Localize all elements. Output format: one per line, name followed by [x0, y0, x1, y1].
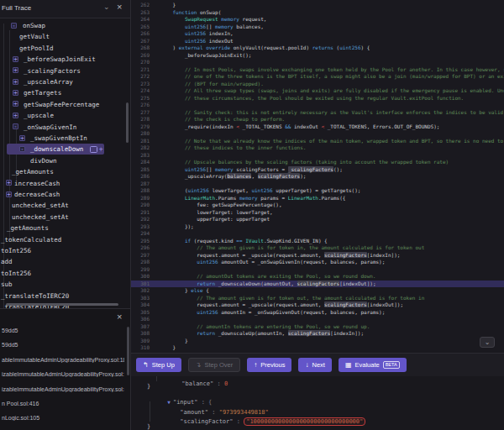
trace-item[interactable]: +_scalingFactors	[0, 66, 130, 76]
stack-frame-item[interactable]: 59dd5	[2, 328, 124, 333]
trace-item[interactable]: unchecked_setAt	[0, 200, 130, 211]
trace-item[interactable]: _tokenCalculated	[0, 234, 130, 245]
line-number[interactable]: 307	[131, 323, 150, 331]
expand-icon[interactable]: +	[13, 56, 18, 62]
line-number[interactable]: 291	[131, 209, 150, 217]
line-number[interactable]: 268	[131, 45, 150, 52]
line-number[interactable]: 265	[131, 24, 150, 31]
expand-icon[interactable]: +	[13, 79, 18, 85]
line-number[interactable]: 299	[131, 266, 150, 274]
collapse-icon[interactable]: -	[11, 23, 17, 29]
stack-frame-item[interactable]: izableImmutableAdminUpgradeabilityProxy.…	[2, 386, 124, 392]
stack-close-icon[interactable]: ×	[117, 312, 122, 322]
line-number[interactable]: 267	[131, 38, 150, 45]
line-number[interactable]: 277	[131, 109, 150, 117]
line-number[interactable]: 297	[131, 252, 150, 260]
line-number[interactable]: 302	[131, 287, 150, 295]
line-number[interactable]: 306	[131, 316, 150, 323]
chevron-down-icon[interactable]: ⌄	[103, 3, 110, 11]
stack-frame-item[interactable]: n Pool.sol:416	[2, 401, 124, 406]
tree-vertical-scrollbar[interactable]	[126, 102, 129, 143]
tree-horizontal-scrollbar[interactable]	[6, 303, 118, 306]
line-number[interactable]: 303	[131, 295, 150, 302]
trace-item[interactable]: divDown	[0, 155, 130, 166]
trace-item[interactable]: +_upscaleArray	[0, 76, 130, 87]
trace-item[interactable]: -onSwap	[0, 20, 130, 31]
line-number[interactable]: 271	[131, 66, 150, 74]
line-number[interactable]: 286	[131, 173, 150, 181]
line-number[interactable]: 278	[131, 116, 150, 123]
line-number[interactable]: 298	[131, 259, 150, 266]
line-number[interactable]: 296	[131, 244, 150, 252]
trace-item[interactable]: _getAmounts	[0, 223, 130, 233]
trace-item[interactable]: _getAmounts	[0, 166, 130, 177]
stack-frame-item[interactable]: 59dd5	[2, 342, 124, 348]
evaluate-button[interactable]: ▦ Evaluate BETA	[339, 358, 407, 372]
line-number[interactable]: 301	[131, 281, 150, 288]
line-number[interactable]: 270	[131, 59, 150, 66]
line-number[interactable]: 293	[131, 223, 150, 231]
line-number[interactable]: 300	[131, 273, 150, 281]
expand-icon[interactable]: +	[13, 113, 18, 118]
line-number[interactable]: 273	[131, 81, 150, 88]
trace-item[interactable]: unchecked_setAt	[0, 212, 130, 223]
trace-item[interactable]: +getTargets	[0, 87, 130, 98]
line-number[interactable]: 308	[131, 330, 150, 338]
trace-item[interactable]: +decreaseCash	[0, 189, 130, 200]
trace-item[interactable]: -_onSwapGivenIn	[0, 122, 130, 133]
line-number[interactable]: 295	[131, 238, 150, 245]
stack-vertical-scrollbar[interactable]	[127, 327, 129, 375]
trace-item[interactable]: +_upscale	[0, 110, 130, 121]
expand-icon[interactable]: +	[6, 180, 12, 186]
line-number[interactable]: 289	[131, 195, 150, 202]
line-number[interactable]: 281	[131, 138, 150, 145]
line-number[interactable]: 283	[131, 152, 150, 160]
expand-icon[interactable]: +	[13, 67, 18, 73]
line-number[interactable]: 262	[131, 2, 150, 9]
stack-frame-item[interactable]: ableImmutableAdminUpgradeabilityProxy.so…	[2, 357, 124, 363]
step-up-button[interactable]: ↰ Step Up	[136, 358, 181, 372]
line-number[interactable]: 276	[131, 102, 150, 109]
expand-icon[interactable]: +	[6, 191, 12, 197]
line-number[interactable]: 290	[131, 202, 150, 209]
line-number[interactable]: 294	[131, 230, 150, 238]
trace-item[interactable]: getPoolId	[0, 43, 130, 54]
stack-frame-item[interactable]: nLogic.sol:105	[2, 415, 124, 421]
comment-icon[interactable]	[90, 146, 97, 153]
trace-item[interactable]: add	[0, 256, 130, 267]
line-number[interactable]: 269	[131, 52, 150, 60]
stack-frame-item[interactable]: izableImmutableAdminUpgradeabilityProxy.…	[2, 371, 124, 377]
line-number[interactable]: 272	[131, 73, 150, 81]
trace-item[interactable]: sub	[0, 279, 130, 290]
line-number[interactable]: 292	[131, 216, 150, 223]
trace-item[interactable]: toInt256	[0, 245, 130, 256]
line-number[interactable]: 287	[131, 181, 150, 188]
next-button[interactable]: ↓ Next	[298, 358, 331, 372]
line-number[interactable]: 309	[131, 338, 150, 345]
previous-button[interactable]: ↑ Previous	[247, 358, 291, 372]
trace-item[interactable]: _translateToIERC20	[0, 291, 130, 302]
line-number[interactable]: 288	[131, 187, 150, 195]
trace-item[interactable]: +getSwapFeePercentage	[0, 99, 130, 110]
line-number[interactable]: 280	[131, 130, 150, 138]
line-number[interactable]: 274	[131, 87, 150, 95]
line-number[interactable]: 284	[131, 159, 150, 166]
collapse-icon[interactable]: -	[13, 123, 18, 129]
line-number[interactable]: 304	[131, 302, 150, 309]
line-number[interactable]: 285	[131, 166, 150, 174]
trace-item[interactable]: -_downscaleDown+	[7, 144, 104, 155]
line-number[interactable]: 263	[131, 9, 150, 17]
line-number[interactable]: 264	[131, 16, 150, 24]
line-number[interactable]: 310	[131, 344, 150, 352]
close-icon[interactable]: ×	[117, 3, 122, 12]
collapse-icon[interactable]: -	[19, 146, 25, 152]
trace-item[interactable]: getVault	[0, 31, 130, 42]
trace-item[interactable]: +_beforeSwapJoinExit	[0, 54, 130, 65]
step-over-button[interactable]: ↴ Step Over	[188, 358, 240, 372]
expand-icon[interactable]: +	[19, 135, 25, 141]
line-number[interactable]: 305	[131, 309, 150, 317]
trace-item[interactable]: +_swapGivenBptIn	[0, 133, 130, 144]
line-number[interactable]: 282	[131, 144, 150, 152]
expand-icon[interactable]: +	[13, 90, 18, 96]
expand-icon[interactable]: +	[13, 101, 18, 107]
